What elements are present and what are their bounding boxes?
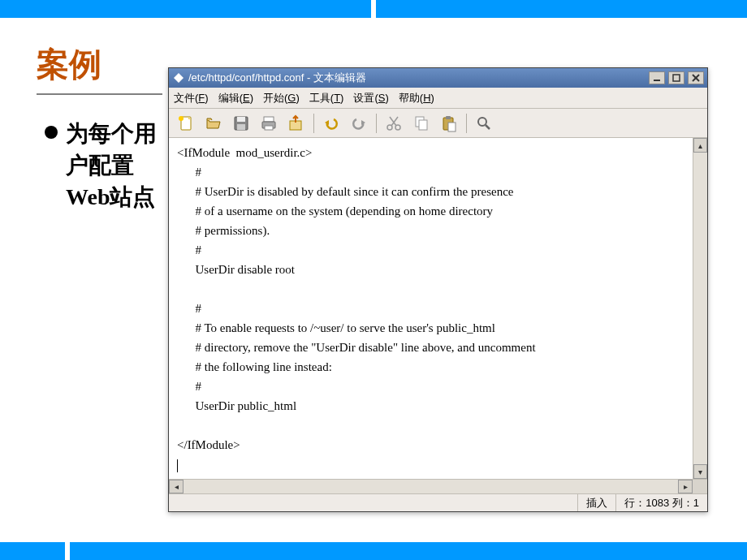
bullet-text: 为每个用户配置Web站点 <box>66 118 163 213</box>
scroll-left-arrow[interactable]: ◂ <box>169 480 184 493</box>
redo-button[interactable] <box>347 112 371 135</box>
export-button[interactable] <box>284 112 309 135</box>
scroll-corner <box>693 480 707 493</box>
titlebar[interactable]: /etc/httpd/conf/httpd.conf - 文本编辑器 <box>169 68 707 88</box>
svg-rect-24 <box>446 116 451 119</box>
svg-rect-25 <box>448 123 456 131</box>
svg-rect-13 <box>265 126 273 130</box>
statusbar: 插入 行：1083 列：1 <box>169 493 707 511</box>
editor-area: <IfModule mod_userdir.c> # # UserDir is … <box>169 138 707 479</box>
svg-rect-11 <box>264 117 274 122</box>
svg-rect-10 <box>237 124 245 130</box>
slide-top-notch <box>371 0 376 18</box>
undo-button[interactable] <box>319 112 343 135</box>
svg-rect-22 <box>419 120 427 130</box>
slide-bottom-notch <box>65 529 70 560</box>
paste-button[interactable] <box>437 112 461 135</box>
svg-point-7 <box>179 116 184 121</box>
open-file-button[interactable] <box>201 112 226 135</box>
app-icon <box>172 71 185 84</box>
svg-marker-0 <box>174 73 184 83</box>
save-button[interactable] <box>229 112 253 135</box>
scroll-down-arrow[interactable]: ▾ <box>693 464 707 479</box>
scroll-track[interactable] <box>693 153 707 464</box>
print-button[interactable] <box>257 112 281 135</box>
new-file-button[interactable] <box>174 112 198 135</box>
status-mode: 插入 <box>577 494 615 511</box>
menu-file[interactable]: 文件(F) <box>174 91 209 106</box>
window-title: /etc/httpd/conf/httpd.conf - 文本编辑器 <box>188 71 646 85</box>
status-position: 行：1083 列：1 <box>615 494 707 511</box>
toolbar-separator <box>466 114 467 133</box>
menu-settings[interactable]: 设置(S) <box>353 91 388 106</box>
slide-bottom-bar <box>0 542 747 560</box>
toolbar-separator <box>376 114 377 133</box>
editor-content[interactable]: <IfModule mod_userdir.c> # # UserDir is … <box>169 138 693 479</box>
cut-button[interactable] <box>382 112 406 135</box>
hscroll-track[interactable] <box>184 480 678 493</box>
horizontal-scrollbar[interactable]: ◂ ▸ <box>169 479 707 493</box>
maximize-button[interactable] <box>668 71 684 84</box>
svg-rect-2 <box>673 75 680 81</box>
svg-rect-1 <box>654 80 660 81</box>
menubar: 文件(F) 编辑(E) 开始(G) 工具(T) 设置(S) 帮助(H) <box>169 88 707 109</box>
copy-button[interactable] <box>409 112 434 135</box>
search-button[interactable] <box>472 112 496 135</box>
menu-edit[interactable]: 编辑(E) <box>218 91 253 106</box>
svg-line-27 <box>486 125 490 129</box>
svg-point-26 <box>478 118 486 126</box>
menu-help[interactable]: 帮助(H) <box>399 91 434 106</box>
svg-rect-9 <box>237 117 245 122</box>
toolbar-separator <box>313 114 314 133</box>
minimize-button[interactable] <box>649 71 665 84</box>
editor-window: /etc/httpd/conf/httpd.conf - 文本编辑器 文件(F)… <box>168 67 708 512</box>
scroll-right-arrow[interactable]: ▸ <box>678 480 693 493</box>
heading-underline <box>37 93 162 95</box>
bullet-dot-icon <box>45 126 58 139</box>
menu-start[interactable]: 开始(G) <box>263 91 300 106</box>
close-button[interactable] <box>688 71 704 84</box>
vertical-scrollbar[interactable]: ▴ ▾ <box>693 138 707 479</box>
slide-top-bar <box>0 0 747 18</box>
menu-tools[interactable]: 工具(T) <box>309 91 344 106</box>
scroll-up-arrow[interactable]: ▴ <box>693 138 707 153</box>
toolbar <box>169 109 707 138</box>
